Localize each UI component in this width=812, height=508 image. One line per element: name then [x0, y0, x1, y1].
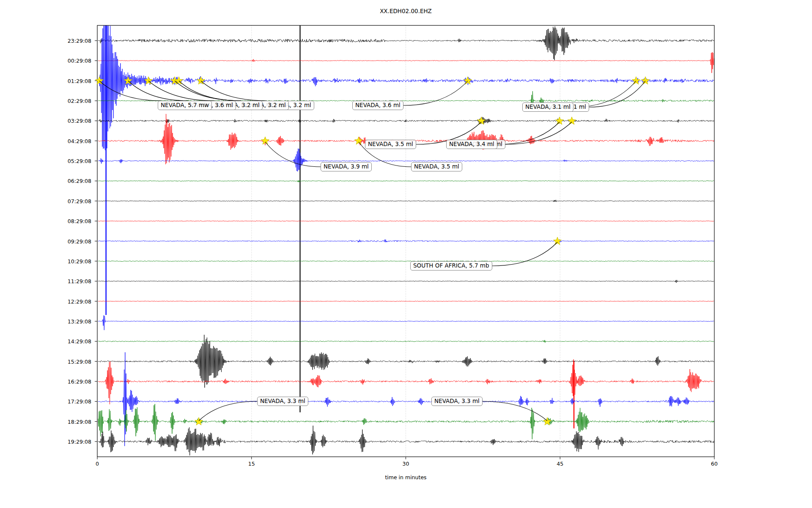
time-tick-03:29:08: 03:29:08: [49, 118, 91, 124]
time-tick-00:29:08: 00:29:08: [49, 58, 91, 64]
event-annotation: NEVADA, 3.6 ml: [352, 101, 403, 110]
seismogram-figure: XX.EDH02.00.EHZ 01530456023:29:0800:29:0…: [0, 0, 812, 508]
time-tick-18:29:08: 18:29:08: [49, 418, 91, 425]
trace-row-19:29:08: [98, 426, 714, 456]
time-tick-16:29:08: 16:29:08: [49, 378, 91, 384]
annotation-arrow: [128, 81, 188, 101]
time-tick-15:29:08: 15:29:08: [49, 358, 91, 364]
time-tick-17:29:08: 17:29:08: [49, 398, 91, 405]
trace-row-04:29:08: [98, 114, 714, 164]
x-tick-30: 30: [393, 461, 419, 467]
trace-row-23:29:08: [98, 27, 714, 61]
trace-row-16:29:08: [98, 359, 714, 404]
x-tick-45: 45: [547, 461, 573, 467]
event-annotation: NEVADA, 3.5 ml: [365, 140, 416, 149]
time-tick-13:29:08: 13:29:08: [49, 318, 91, 324]
annotation-arrow: [199, 401, 257, 421]
event-annotation: SOUTH OF AFRICA, 5.7 mb: [410, 261, 492, 271]
seismogram-canvas: [0, 0, 812, 508]
time-tick-12:29:08: 12:29:08: [49, 298, 91, 304]
trace-row-08:29:08: [98, 221, 714, 221]
trace-row-00:29:08: [98, 52, 714, 73]
trace-row-05:29:08: [98, 149, 714, 171]
annotation-arrow: [265, 142, 321, 167]
x-tick-0: 0: [85, 461, 110, 467]
event-star-marker: [568, 117, 576, 124]
trace-row-17:29:08: [98, 352, 714, 446]
x-tick-15: 15: [239, 461, 264, 467]
trace-row-12:29:08: [98, 301, 714, 301]
trace-row-13:29:08: [98, 315, 714, 330]
time-tick-09:29:08: 09:29:08: [49, 238, 91, 244]
x-tick-60: 60: [702, 461, 727, 467]
time-tick-06:29:08: 06:29:08: [49, 178, 91, 184]
trace-row-09:29:08: [98, 240, 714, 243]
event-star-marker: [554, 237, 562, 245]
event-annotation: NEVADA, 3.5 ml: [411, 162, 462, 171]
annotation-arrow: [483, 401, 547, 421]
trace-row-15:29:08: [98, 335, 714, 388]
trace-row-10:29:08: [98, 261, 714, 262]
event-annotation: NEVADA, 3.3 ml: [431, 397, 483, 406]
event-star-marker: [642, 77, 650, 84]
time-tick-04:29:08: 04:29:08: [49, 138, 91, 144]
annotation-arrow: [589, 81, 645, 107]
time-tick-01:29:08: 01:29:08: [49, 77, 91, 84]
time-tick-02:29:08: 02:29:08: [49, 98, 91, 104]
trace-row-11:29:08: [98, 280, 714, 283]
annotation-arrow: [492, 242, 557, 266]
time-tick-11:29:08: 11:29:08: [49, 278, 91, 284]
time-tick-05:29:08: 05:29:08: [49, 158, 91, 164]
trace-row-01:29:08: [98, 26, 714, 150]
time-tick-19:29:08: 19:29:08: [49, 439, 91, 445]
time-tick-23:29:08: 23:29:08: [49, 38, 91, 44]
time-tick-14:29:08: 14:29:08: [49, 338, 91, 345]
event-annotation: NEVADA, 3.9 ml: [321, 162, 372, 171]
event-annotation: NEVADA, 3.1 ml: [522, 102, 573, 112]
trace-row-14:29:08: [98, 340, 714, 342]
event-annotation: NEVADA, 5.7 mw: [158, 101, 212, 110]
trace-row-03:29:08: [98, 117, 714, 124]
trace-row-07:29:08: [98, 200, 714, 202]
time-tick-10:29:08: 10:29:08: [49, 258, 91, 264]
event-star-marker: [556, 117, 564, 124]
event-star-marker: [477, 117, 486, 124]
event-star-marker: [355, 137, 363, 144]
event-annotation: NEVADA, 3.3 ml: [257, 397, 308, 406]
trace-row-06:29:08: [98, 180, 714, 182]
event-star-marker: [632, 77, 640, 84]
time-tick-07:29:08: 07:29:08: [49, 198, 91, 204]
event-annotation: NEVADA, 3.4 ml: [446, 140, 497, 149]
x-axis-label: time in minutes: [97, 474, 714, 480]
time-tick-08:29:08: 08:29:08: [49, 218, 91, 224]
annotation-arrow: [403, 81, 468, 105]
